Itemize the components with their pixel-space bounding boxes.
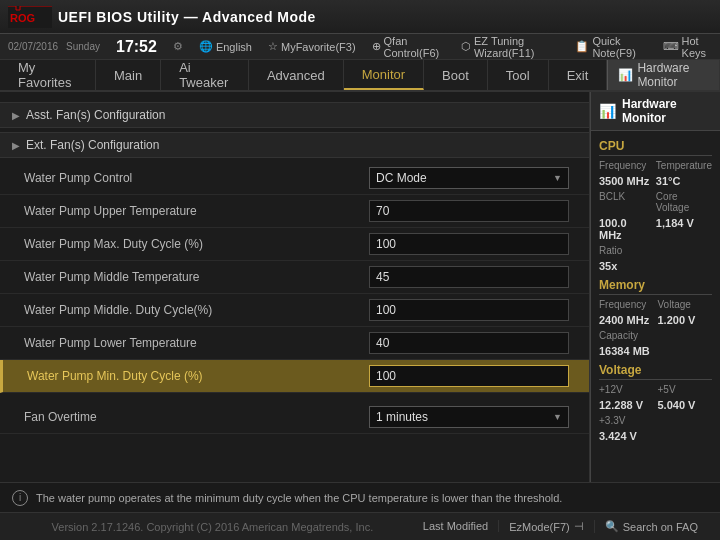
hw-monitor-nav-label: Hardware Monitor [637, 61, 709, 89]
bios-title: UEFI BIOS Utility — Advanced Mode [58, 9, 316, 25]
main-content: ▶ Asst. Fan(s) Configuration ▶ Ext. Fan(… [0, 92, 720, 482]
nav-my-favorites[interactable]: My Favorites [0, 60, 96, 90]
quick-note-button[interactable]: 📋 Quick Note(F9) [575, 35, 646, 59]
ext-fan-arrow: ▶ [12, 140, 20, 151]
water-pump-control-row: Water Pump Control DC Mode [0, 162, 589, 195]
cpu-grid: Frequency Temperature 3500 MHz 31°C BCLK… [599, 160, 712, 272]
voltage-section-title: Voltage [599, 363, 712, 380]
water-pump-upper-temp-display: 70 [376, 204, 389, 218]
cpu-section-title: CPU [599, 139, 712, 156]
status-right: Last Modified EzMode(F7) ⊣ 🔍 Search on F… [413, 520, 708, 533]
search-faq-button[interactable]: 🔍 Search on FAQ [595, 520, 708, 533]
date-display: 02/07/2016 [8, 41, 58, 52]
water-pump-middle-duty-value[interactable]: 100 [369, 299, 569, 321]
nav-ai-tweaker[interactable]: Ai Tweaker [161, 60, 249, 90]
water-pump-control-label: Water Pump Control [24, 171, 369, 185]
water-pump-min-duty-value[interactable]: 100 [369, 365, 569, 387]
cpu-ratio-label: Ratio [599, 245, 712, 256]
water-pump-upper-temp-row: Water Pump Upper Temperature 70 [0, 195, 589, 228]
ez-tuning-button[interactable]: ⬡ EZ Tuning Wizard(F11) [461, 35, 559, 59]
title-bar: ROG UEFI BIOS Utility — Advanced Mode [0, 0, 720, 34]
nav-main[interactable]: Main [96, 60, 161, 90]
hw-monitor-nav-button[interactable]: 📊 Hardware Monitor [607, 60, 720, 90]
mem-freq-label: Frequency [599, 299, 654, 310]
cpu-bclk-value: 100.0 MHz [599, 217, 652, 241]
language-label: English [216, 41, 252, 53]
language-icon: 🌐 [199, 40, 213, 53]
cpu-freq-label: Frequency [599, 160, 652, 171]
water-pump-max-duty-label: Water Pump Max. Duty Cycle (%) [24, 237, 369, 251]
last-modified-label: Last Modified [423, 520, 488, 532]
cpu-core-voltage-label: Core Voltage [656, 191, 712, 213]
mem-voltage-label: Voltage [658, 299, 713, 310]
v12-value: 12.288 V [599, 399, 654, 411]
ext-fan-label: Ext. Fan(s) Configuration [26, 138, 159, 152]
v33-value: 3.424 V [599, 430, 712, 442]
hot-keys-icon: ⌨ [663, 40, 679, 53]
settings-icon[interactable]: ⚙ [173, 40, 183, 53]
water-pump-max-duty-display: 100 [376, 237, 396, 251]
fan-overtime-row: Fan Overtime 1 minutes [0, 401, 589, 434]
search-icon: 🔍 [605, 520, 619, 533]
fan-overtime-label: Fan Overtime [24, 410, 369, 424]
water-pump-lower-temp-value[interactable]: 40 [369, 332, 569, 354]
cpu-core-voltage-value: 1,184 V [656, 217, 712, 241]
water-pump-max-duty-value[interactable]: 100 [369, 233, 569, 255]
memory-grid: Frequency Voltage 2400 MHz 1.200 V Capac… [599, 299, 712, 357]
cpu-temp-value: 31°C [656, 175, 712, 187]
ez-mode-icon: ⊣ [574, 520, 584, 533]
bottom-info: i The water pump operates at the minimum… [0, 482, 720, 512]
nav-advanced[interactable]: Advanced [249, 60, 344, 90]
water-pump-control-value: DC Mode [376, 171, 427, 185]
ez-tuning-icon: ⬡ [461, 40, 471, 53]
water-pump-upper-temp-value[interactable]: 70 [369, 200, 569, 222]
info-text: The water pump operates at the minimum d… [36, 492, 562, 504]
voltage-grid: +12V +5V 12.288 V 5.040 V +3.3V 3.424 V [599, 384, 712, 442]
mem-freq-value: 2400 MHz [599, 314, 654, 326]
hot-keys-button[interactable]: ⌨ Hot Keys [663, 35, 712, 59]
water-pump-min-duty-label: Water Pump Min. Duty Cycle (%) [27, 369, 369, 383]
water-pump-middle-duty-row: Water Pump Middle. Duty Cycle(%) 100 [0, 294, 589, 327]
water-pump-middle-temp-value[interactable]: 45 [369, 266, 569, 288]
mem-capacity-value: 16384 MB [599, 345, 712, 357]
mem-voltage-value: 1.200 V [658, 314, 713, 326]
status-bar: Version 2.17.1246. Copyright (C) 2016 Am… [0, 512, 720, 540]
asst-fan-header[interactable]: ▶ Asst. Fan(s) Configuration [0, 102, 589, 128]
asst-fan-arrow: ▶ [12, 110, 20, 121]
water-pump-control-dropdown[interactable]: DC Mode [369, 167, 569, 189]
day-display: Sunday [66, 41, 100, 52]
language-selector[interactable]: 🌐 English [199, 40, 252, 53]
memory-section-title: Memory [599, 278, 712, 295]
hw-monitor-title: Hardware Monitor [622, 97, 712, 125]
nav-tool[interactable]: Tool [488, 60, 549, 90]
nav-boot[interactable]: Boot [424, 60, 488, 90]
cpu-temp-label: Temperature [656, 160, 712, 171]
date-time-section: 02/07/2016 Sunday [8, 41, 100, 53]
qfan-button[interactable]: ⊕ Qfan Control(F6) [372, 35, 445, 59]
fan-overtime-dropdown[interactable]: 1 minutes [369, 406, 569, 428]
hw-monitor-nav-icon: 📊 [618, 68, 633, 82]
water-pump-min-duty-display: 100 [376, 369, 396, 383]
nav-bar: My Favorites Main Ai Tweaker Advanced Mo… [0, 60, 720, 92]
info-bar: 02/07/2016 Sunday 17:52 ⚙ 🌐 English ☆ My… [0, 34, 720, 60]
water-pump-middle-temp-display: 45 [376, 270, 389, 284]
mem-capacity-label: Capacity [599, 330, 712, 341]
quick-note-label: Quick Note(F9) [592, 35, 646, 59]
qfan-label: Qfan Control(F6) [384, 35, 445, 59]
last-modified-button[interactable]: Last Modified [413, 520, 499, 532]
ez-mode-button[interactable]: EzMode(F7) ⊣ [499, 520, 595, 533]
myfavorite-button[interactable]: ☆ MyFavorite(F3) [268, 40, 356, 53]
water-pump-lower-temp-row: Water Pump Lower Temperature 40 [0, 327, 589, 360]
water-pump-min-duty-row: Water Pump Min. Duty Cycle (%) 100 [0, 360, 589, 393]
search-label: Search on FAQ [623, 521, 698, 533]
nav-exit[interactable]: Exit [549, 60, 608, 90]
left-panel: ▶ Asst. Fan(s) Configuration ▶ Ext. Fan(… [0, 92, 590, 482]
v12-label: +12V [599, 384, 654, 395]
water-pump-middle-duty-display: 100 [376, 303, 396, 317]
ext-fan-header[interactable]: ▶ Ext. Fan(s) Configuration [0, 132, 589, 158]
cpu-bclk-label: BCLK [599, 191, 652, 213]
water-pump-lower-temp-label: Water Pump Lower Temperature [24, 336, 369, 350]
time-display: 17:52 [116, 38, 157, 56]
nav-monitor[interactable]: Monitor [344, 60, 424, 90]
qfan-icon: ⊕ [372, 40, 381, 53]
